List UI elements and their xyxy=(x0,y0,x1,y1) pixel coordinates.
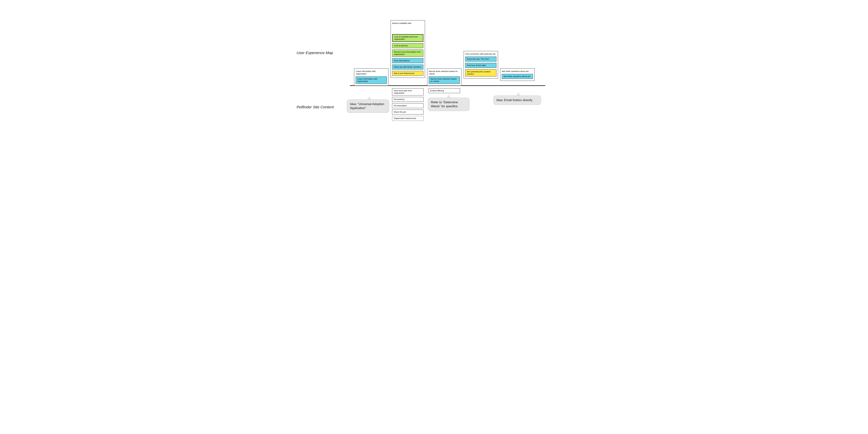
task-card: Ask to see featured pet xyxy=(392,71,423,76)
task-card: See potential pet's positive reaction xyxy=(465,69,496,76)
site-stack-narrow: Endeca filtering xyxy=(429,88,460,93)
site-item: View more pets from organization xyxy=(392,88,424,95)
site-stack-assess: View more pets from organization Pet pho… xyxy=(392,88,424,121)
callout-tail xyxy=(367,96,371,100)
group-narrow: Narrow down selection based on criteria … xyxy=(427,68,462,86)
task-card: Feel love at first sight xyxy=(465,63,496,68)
group-title: Leave information with organization xyxy=(356,70,387,75)
callout-bubble-universal-app: Idea: “Universal Adoption Application” xyxy=(347,99,389,113)
group-title: Feel connection with particular pet xyxy=(465,53,496,55)
task-card: Ask foster questions about pet xyxy=(502,74,533,79)
group-title: Ask foster questions about pet xyxy=(502,70,533,72)
diagram-canvas: User Experience Map Petfinder Site Conte… xyxy=(289,0,579,145)
group-connection: Feel connection with particular pet Knew… xyxy=(464,51,498,79)
callout-tail xyxy=(447,94,451,98)
group-title: Assess available pets xyxy=(392,22,423,24)
site-item: Pet description xyxy=(392,103,424,108)
task-card: Share pet with family members xyxy=(392,65,423,69)
group-title: Narrow down selection based on criteria xyxy=(429,70,460,75)
section-label-site-content: Petfinder Site Content xyxy=(297,105,334,109)
task-card: Look at pictures xyxy=(392,43,423,48)
task-card: Narrow down selection based on criteria xyxy=(429,76,460,84)
task-card: Look at available pets from organization xyxy=(392,34,423,42)
task-card: Leave information with organization xyxy=(356,76,387,84)
task-card: Knew this was "The One" xyxy=(465,57,496,61)
callout-tail xyxy=(516,92,521,96)
task-card: Receive recommendation from organization xyxy=(392,50,423,57)
callout-bubble-email-fosters: Idea: Email fosters directly xyxy=(493,95,541,105)
callout-bubble-determine-wants: Refer to “Determine Wants” for specifics xyxy=(428,98,469,111)
task-card: Scan descriptions xyxy=(392,58,423,63)
group-assess: Assess available pets Look at available … xyxy=(391,20,425,78)
group-leave-info: Leave information with organization Leav… xyxy=(354,68,389,86)
site-item: Pet photo(s) xyxy=(392,97,424,102)
group-foster: Ask foster questions about pet Ask foste… xyxy=(500,68,534,81)
site-item: Endeca filtering xyxy=(429,88,460,93)
site-item: Share this pet xyxy=(392,110,424,115)
section-label-ux: User Experience Map xyxy=(297,51,333,55)
site-item: Organization featured pet xyxy=(392,116,424,121)
